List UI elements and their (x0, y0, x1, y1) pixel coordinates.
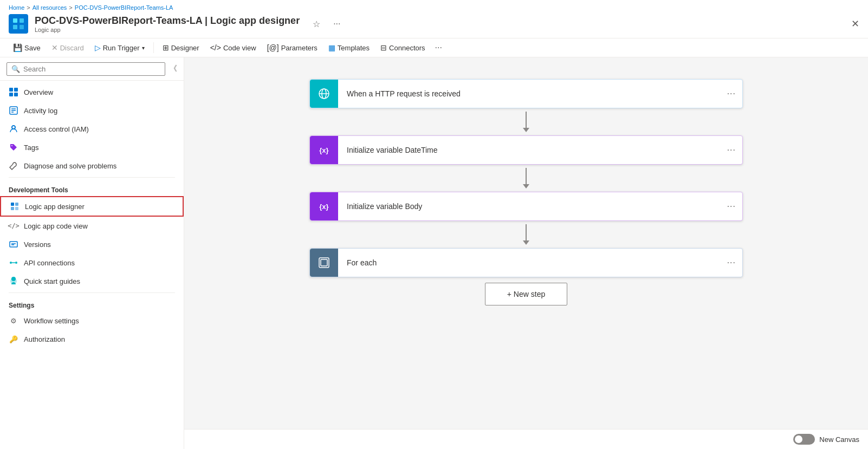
run-icon: ▷ (95, 43, 101, 52)
save-icon: 💾 (13, 43, 22, 52)
sidebar-item-activity-log[interactable]: Activity log (0, 101, 184, 120)
svg-rect-6 (9, 93, 13, 96)
sidebar-collapse-button[interactable]: 《 (167, 62, 179, 76)
connector-arrow-1 (523, 128, 529, 132)
svg-rect-2 (13, 25, 17, 29)
iam-icon (9, 124, 18, 134)
more-options-title-button[interactable]: ··· (329, 17, 345, 31)
node-init-body-icon: {x} (310, 192, 338, 220)
node-http-label: When a HTTP request is received (338, 89, 721, 98)
svg-rect-5 (14, 88, 18, 92)
toolbar-more-button[interactable]: ··· (432, 41, 445, 55)
connector-line-2 (526, 168, 527, 184)
node-init-body-label: Initialize variable Body (338, 202, 721, 211)
node-init-datetime-label: Initialize variable DateTime (338, 146, 721, 154)
node-init-body[interactable]: {x} Initialize variable Body ··· (309, 192, 743, 221)
sidebar-item-workflow-settings[interactable]: ⚙ Workflow settings (0, 311, 184, 330)
sidebar-item-api-connections[interactable]: API connections (0, 253, 184, 272)
connector-1 (523, 108, 529, 135)
new-step-button[interactable]: + New step (485, 283, 567, 305)
search-input[interactable] (23, 65, 160, 73)
node-http-menu-button[interactable]: ··· (721, 84, 742, 103)
sidebar-item-code-label: Logic app code view (24, 222, 88, 230)
discard-icon: ✕ (51, 43, 58, 52)
sidebar: 🔍 《 Overview Activity log (0, 57, 184, 449)
wrench-icon (9, 161, 18, 171)
close-button[interactable]: ✕ (851, 18, 859, 30)
discard-button[interactable]: ✕ Discard (47, 41, 88, 54)
auth-icon: 🔑 (9, 334, 18, 344)
parameters-button[interactable]: [@] Parameters (263, 41, 322, 54)
sidebar-item-api-label: API connections (24, 259, 75, 267)
node-http-trigger[interactable]: When a HTTP request is received ··· (309, 79, 743, 108)
connector-line-1 (526, 112, 527, 128)
page-title: POC-DVS-PowerBIReport-Teams-LA | Logic a… (35, 15, 300, 27)
toggle-slider (793, 434, 815, 445)
tag-icon (9, 142, 18, 152)
versions-icon (9, 239, 18, 249)
connectors-icon: ⊟ (380, 43, 387, 52)
node-datetime-menu-button[interactable]: ··· (721, 141, 742, 159)
search-box: 🔍 (7, 62, 165, 76)
sidebar-divider-2 (9, 292, 175, 293)
canvas-area: When a HTTP request is received ··· {x} … (184, 57, 868, 449)
connector-arrow-2 (523, 184, 529, 188)
node-body-menu-button[interactable]: ··· (721, 197, 742, 216)
sidebar-item-diagnose[interactable]: Diagnose and solve problems (0, 157, 184, 175)
svg-point-13 (12, 126, 15, 129)
designer-button[interactable]: ⊞ Designer (158, 41, 204, 54)
sidebar-item-tags-label: Tags (24, 144, 38, 152)
svg-rect-17 (11, 207, 14, 210)
templates-button[interactable]: ▦ Templates (324, 41, 374, 54)
node-init-datetime[interactable]: {x} Initialize variable DateTime ··· (309, 135, 743, 165)
sidebar-item-overview[interactable]: Overview (0, 83, 184, 101)
breadcrumb-current[interactable]: POC-DVS-PowerBIReport-Teams-LA (75, 4, 173, 11)
sidebar-item-code-view[interactable]: </> Logic app code view (0, 217, 184, 235)
sidebar-item-versions[interactable]: Versions (0, 235, 184, 253)
sidebar-search-row: 🔍 《 (0, 57, 184, 81)
toolbar-separator-1 (153, 42, 154, 53)
sidebar-item-authorization[interactable]: 🔑 Authorization (0, 330, 184, 348)
title-row: POC-DVS-PowerBIReport-Teams-LA | Logic a… (9, 14, 859, 38)
connector-line-3 (526, 224, 527, 240)
search-icon: 🔍 (11, 65, 20, 73)
quick-start-icon (9, 276, 18, 286)
top-bar: Home > All resources > POC-DVS-PowerBIRe… (0, 0, 868, 38)
sidebar-item-logic-app-designer[interactable]: Logic app designer (0, 196, 184, 217)
svg-rect-1 (20, 18, 24, 23)
sidebar-item-tags[interactable]: Tags (0, 138, 184, 157)
code-view-button[interactable]: </> Code view (206, 41, 261, 54)
node-foreach-label: For each (338, 258, 721, 267)
run-trigger-chevron-icon: ▾ (142, 45, 145, 51)
sidebar-item-quick-start[interactable]: Quick start guides (0, 272, 184, 290)
breadcrumb-home[interactable]: Home (9, 4, 24, 11)
api-icon (9, 258, 18, 268)
connectors-button[interactable]: ⊟ Connectors (376, 41, 429, 54)
sidebar-item-versions-label: Versions (24, 240, 51, 249)
breadcrumb-all-resources[interactable]: All resources (33, 4, 67, 11)
new-canvas-toggle[interactable] (793, 434, 815, 445)
svg-point-14 (11, 145, 12, 146)
sidebar-item-overview-label: Overview (24, 88, 53, 96)
save-button[interactable]: 💾 Save (9, 41, 45, 54)
node-init-datetime-icon: {x} (310, 136, 338, 164)
svg-point-23 (15, 262, 17, 264)
title-actions: ☆ ··· (308, 17, 345, 31)
sidebar-item-diagnose-label: Diagnose and solve problems (24, 162, 116, 170)
svg-rect-0 (13, 18, 17, 23)
sidebar-item-iam-label: Access control (IAM) (24, 125, 89, 133)
sidebar-item-access-control[interactable]: Access control (IAM) (0, 120, 184, 138)
run-trigger-button[interactable]: ▷ Run Trigger ▾ (90, 41, 149, 54)
app-icon (9, 14, 28, 34)
node-for-each[interactable]: For each ··· (309, 248, 743, 277)
svg-point-25 (11, 277, 16, 281)
canvas-scroll[interactable]: When a HTTP request is received ··· {x} … (184, 57, 868, 429)
node-foreach-menu-button[interactable]: ··· (721, 253, 742, 272)
settings-icon: ⚙ (9, 316, 18, 326)
favorite-button[interactable]: ☆ (308, 17, 325, 31)
connector-arrow-3 (523, 240, 529, 245)
canvas-bottom-bar: New Canvas (184, 429, 868, 449)
sidebar-divider-1 (9, 177, 175, 178)
workflow-container: When a HTTP request is received ··· {x} … (309, 79, 743, 407)
svg-rect-18 (15, 207, 18, 210)
